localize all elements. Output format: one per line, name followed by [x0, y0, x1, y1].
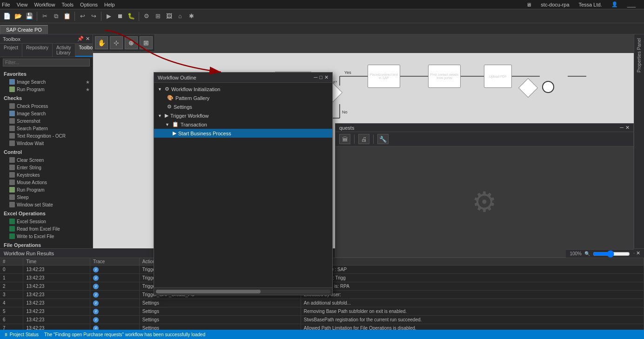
req-pin-icon[interactable]: ─ [620, 125, 624, 131]
node-end-circle[interactable] [542, 81, 554, 93]
table-row[interactable]: 4 13:42:23 i Settings An additional subf… [0, 299, 644, 307]
outline-item-start-bp[interactable]: ▶ Start Business Process [154, 129, 332, 138]
zoom-slider[interactable] [593, 252, 630, 256]
toolbox-item-window-set-state[interactable]: Window set State [0, 201, 93, 208]
menu-tools[interactable]: Tools [61, 2, 74, 7]
cut-icon[interactable]: ✂ [40, 11, 50, 21]
toolbox-item-label: Run Program [17, 187, 44, 193]
grid-icon[interactable]: ⊞ [153, 11, 163, 21]
toolbox-item-sleep[interactable]: Sleep [0, 193, 93, 201]
settings-icon[interactable]: ⚙ [141, 11, 152, 21]
main-toolbar: 📄 📂 💾 ✂ ⧉ 📋 ↩ ↪ ▶ ⏹ 🐛 ⚙ ⊞ 🖼 ⌂ ✱ [0, 9, 644, 23]
debug-icon[interactable]: 🐛 [126, 11, 136, 21]
toolbox-item-enter-string[interactable]: Enter String [0, 164, 93, 171]
req-print-btn[interactable]: 🖨 [358, 134, 369, 144]
toolbox-pin-icon[interactable]: 📌 [77, 36, 84, 42]
toolbox-item-window-wait[interactable]: Window Wait [0, 140, 93, 147]
outline-item-pattern-gallery[interactable]: 🎨 Pattern Gallery [154, 93, 332, 102]
outline-item-wf-init[interactable]: ▼ ⚙ Workflow Initialization [154, 85, 332, 93]
save-icon[interactable]: 💾 [24, 11, 34, 21]
star-icon[interactable]: ✱ [186, 11, 196, 21]
table-row[interactable]: 7 13:42:23 i Settings Allowed Path Limit… [0, 324, 644, 330]
zoom-in-tool[interactable]: ⊕ [125, 36, 138, 49]
toolbox-item-run-program-fav[interactable]: Run Program ★ [0, 86, 93, 93]
outline-item-transaction[interactable]: ▼ 📋 Transaction [154, 120, 332, 129]
paste-icon[interactable]: 📋 [62, 11, 72, 21]
toolbox-item-write-excel[interactable]: Write to Excel File [0, 233, 93, 240]
undo-icon[interactable]: ↩ [77, 11, 87, 21]
section-fileops-header[interactable]: File Operations [0, 241, 93, 248]
toolbox-item-screenshot[interactable]: Screenshot [0, 117, 93, 125]
outline-close-icon[interactable]: ✕ [324, 74, 329, 80]
menu-help[interactable]: Help [104, 2, 115, 7]
statusbar-text: The "Finding open Purchase requests" wor… [44, 332, 205, 337]
table-row[interactable]: 6 13:42:23 i Settings StwsBasePath regis… [0, 316, 644, 324]
menu-workflow[interactable]: Workflow [34, 2, 55, 7]
tab-sap-create-po[interactable]: SAP Create PO [0, 25, 48, 34]
toolbox-item-mouse-actions[interactable]: Mouse Actions [0, 179, 93, 186]
toolbox-item-label: Check Process [17, 104, 48, 109]
outline-scrollbar-thumb[interactable] [156, 290, 261, 293]
window-wait-icon [9, 140, 15, 146]
right-panel: Properties Panel [634, 34, 644, 248]
menu-view[interactable]: View [17, 2, 28, 7]
new-file-icon[interactable]: 📄 [2, 11, 12, 21]
outline-item-settings[interactable]: ⚙ Settings [154, 102, 332, 111]
tab-activity-library[interactable]: Activity Library [53, 44, 75, 57]
write-excel-icon [9, 233, 15, 239]
toolbox-item-label: Write to Excel File [17, 234, 54, 239]
table-row[interactable]: 5 13:42:23 i Settings Removing Base Path… [0, 307, 644, 316]
results-close-icon[interactable]: ✕ [636, 250, 640, 256]
toolbox-item-clear-screen[interactable]: Clear Screen [0, 156, 93, 164]
section-checks-header[interactable]: Checks [0, 94, 93, 102]
hand-tool[interactable]: ✋ [95, 36, 108, 49]
node-find-contact[interactable]: Find contact details from portal [428, 65, 461, 88]
crosshair-tool[interactable]: ⊞ [140, 36, 153, 49]
outline-scrollbar-track[interactable] [156, 290, 330, 293]
select-tool[interactable]: ⊹ [110, 36, 123, 49]
toolbox-item-check-process[interactable]: Check Process [0, 102, 93, 110]
section-control-header[interactable]: Control [0, 148, 93, 156]
toolbox-item-run-program[interactable]: Run Program [0, 186, 93, 193]
start-bp-icon: ▶ [173, 130, 176, 136]
copy-icon[interactable]: ⧉ [51, 11, 61, 21]
menu-file[interactable]: File [2, 2, 10, 7]
req-settings-btn[interactable]: 🔧 [377, 134, 389, 144]
toolbox-item-keystrokes[interactable]: Keystrokes [0, 171, 93, 179]
req-add-btn[interactable]: 🏛 [339, 134, 350, 144]
node-upload-pdf[interactable]: Upload PDF [484, 65, 512, 88]
star-icon: ★ [86, 80, 90, 85]
toolbox-search-container [0, 57, 93, 68]
zoom-level: 100% [570, 251, 582, 256]
outline-item-trigger-wf[interactable]: ▼ ▶ Trigger Workflow [154, 111, 332, 120]
toolbox-item-excel-session[interactable]: Excel Session [0, 218, 93, 225]
toolbox-item-image-search-fav[interactable]: Image Search ★ [0, 78, 93, 86]
zoom-search-icon[interactable]: 🔍 [584, 251, 590, 256]
run-icon[interactable]: ▶ [104, 11, 114, 21]
toolbox-item-search-pattern[interactable]: Search Pattern [0, 125, 93, 132]
tab-toolbox[interactable]: Toolbox [75, 44, 93, 57]
open-icon[interactable]: 📂 [13, 11, 23, 21]
menu-options[interactable]: Options [80, 2, 98, 7]
toolbox-item-read-excel[interactable]: Read from Excel File [0, 225, 93, 233]
tab-project[interactable]: Project [0, 44, 22, 57]
home-icon[interactable]: ⌂ [175, 11, 185, 21]
outline-minimize-icon[interactable]: ─ [314, 74, 318, 80]
stop-icon[interactable]: ⏹ [115, 11, 125, 21]
section-favorites-header[interactable]: Favorites [0, 70, 93, 78]
toolbox-search-input[interactable] [3, 59, 90, 66]
node-place-contract[interactable]: Place&contract text in SAP [368, 65, 400, 88]
toolbox-close-icon[interactable]: ✕ [86, 36, 90, 42]
redo-icon[interactable]: ↪ [88, 11, 99, 21]
workflow-outline-header[interactable]: Workflow Outline ─ □ ✕ [154, 73, 332, 83]
window-icon[interactable]: 🖼 [164, 11, 174, 21]
section-excel-header[interactable]: Excel Operations [0, 209, 93, 218]
tab-repository[interactable]: Repository [22, 44, 53, 57]
cell-detail: Executed by user: [301, 291, 644, 299]
project-status-icon[interactable]: ⏸ Project Status [4, 332, 39, 337]
toolbox-item-image-search[interactable]: Image Search [0, 110, 93, 117]
toolbox-item-text-recognition[interactable]: Text Recognition - OCR [0, 132, 93, 140]
cell-trace: i [90, 282, 140, 291]
outline-restore-icon[interactable]: □ [319, 74, 322, 80]
req-close-icon[interactable]: ✕ [625, 125, 630, 131]
